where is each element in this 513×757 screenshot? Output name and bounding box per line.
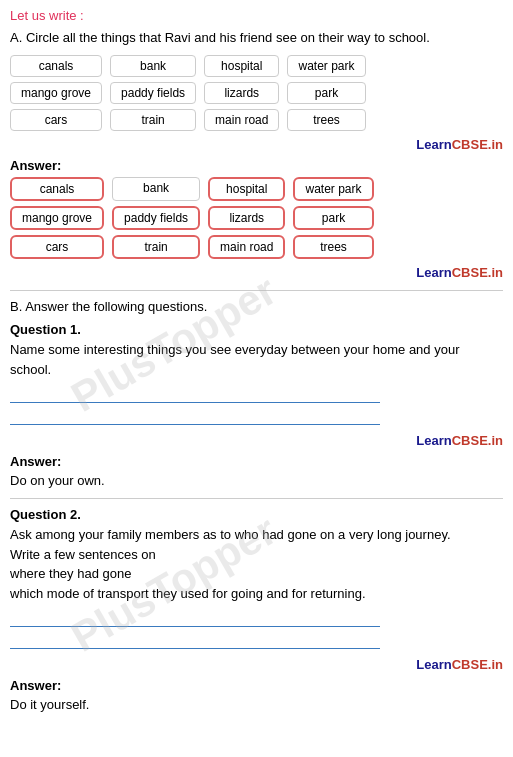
answer-word-box: hospital — [208, 177, 285, 201]
learn-badge-4: LearnCBSE.in — [10, 657, 503, 672]
cbse-text: CBSE — [452, 137, 488, 152]
learn-text-2: Learn — [416, 265, 451, 280]
word-box: paddy fields — [110, 82, 196, 104]
answer-word-box: canals — [10, 177, 104, 201]
answer-line — [10, 407, 380, 425]
question2-text: Ask among your family members as to who … — [10, 525, 503, 603]
word-box: train — [110, 109, 196, 131]
part-b-title: B. Answer the following questions. — [10, 299, 503, 314]
answer-word-box: cars — [10, 235, 104, 259]
learn-badge-3: LearnCBSE.in — [10, 433, 503, 448]
dotin-text-4: .in — [488, 657, 503, 672]
cbse-text-2: CBSE — [452, 265, 488, 280]
word-box: trees — [287, 109, 365, 131]
answer-word-box: mango grove — [10, 206, 104, 230]
part-b: B. Answer the following questions. Quest… — [10, 299, 503, 712]
learn-badge-1: LearnCBSE.in — [10, 137, 503, 152]
part-a-instruction: A. Circle all the things that Ravi and h… — [10, 29, 503, 47]
answer1-label: Answer: — [10, 454, 503, 469]
word-grid-question: canals bank hospital water park mango gr… — [10, 55, 503, 131]
answer-word-box: trees — [293, 235, 373, 259]
answer-word-box: park — [293, 206, 373, 230]
word-box: park — [287, 82, 365, 104]
answer-line — [10, 385, 380, 403]
answer1-text: Do on your own. — [10, 473, 503, 488]
answer-word-box: water park — [293, 177, 373, 201]
question2-label: Question 2. — [10, 507, 503, 522]
answer-lines-q1 — [10, 385, 503, 429]
answer2-text: Do it yourself. — [10, 697, 503, 712]
cbse-text-3: CBSE — [452, 433, 488, 448]
question1-label: Question 1. — [10, 322, 503, 337]
dotin-text-2: .in — [488, 265, 503, 280]
answer-line — [10, 631, 380, 649]
word-box: canals — [10, 55, 102, 77]
learn-text-4: Learn — [416, 657, 451, 672]
part-a-answer-label: Answer: — [10, 158, 503, 173]
answer2-label: Answer: — [10, 678, 503, 693]
answer-lines-q2 — [10, 609, 503, 653]
word-box: mango grove — [10, 82, 102, 104]
word-grid-answer: canals bank hospital water park mango gr… — [10, 177, 503, 259]
answer-word-box: train — [112, 235, 200, 259]
word-box: cars — [10, 109, 102, 131]
question1-text: Name some interesting things you see eve… — [10, 340, 503, 379]
answer-word-box: lizards — [208, 206, 285, 230]
learn-text-3: Learn — [416, 433, 451, 448]
dotin-text: .in — [488, 137, 503, 152]
dotin-text-3: .in — [488, 433, 503, 448]
answer-word-box: bank — [112, 177, 200, 201]
word-box: water park — [287, 55, 365, 77]
part-a: A. Circle all the things that Ravi and h… — [10, 29, 503, 280]
word-box: main road — [204, 109, 279, 131]
word-box: bank — [110, 55, 196, 77]
divider-1 — [10, 290, 503, 291]
learn-text: Learn — [416, 137, 451, 152]
learn-badge-2: LearnCBSE.in — [10, 265, 503, 280]
cbse-text-4: CBSE — [452, 657, 488, 672]
answer-word-box: paddy fields — [112, 206, 200, 230]
word-box: lizards — [204, 82, 279, 104]
answer-word-box: main road — [208, 235, 285, 259]
divider-2 — [10, 498, 503, 499]
answer-line — [10, 609, 380, 627]
section-title: Let us write : — [10, 8, 503, 23]
word-box: hospital — [204, 55, 279, 77]
